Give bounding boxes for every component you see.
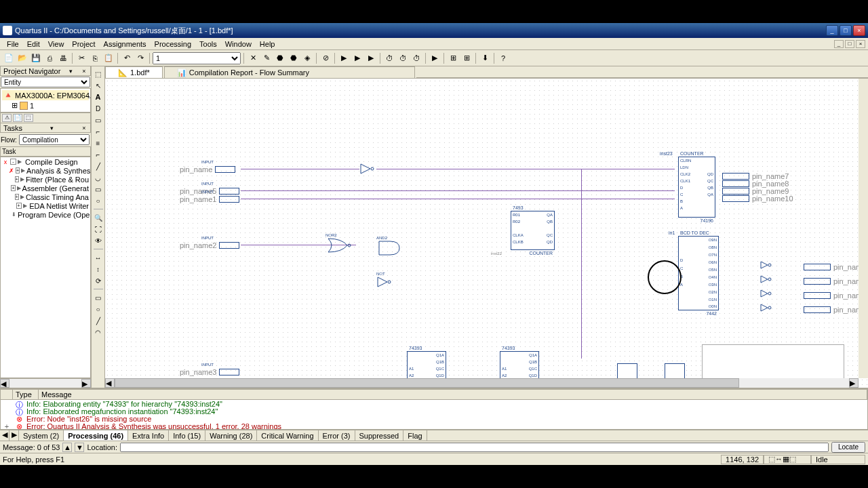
canvas-vscroll[interactable] xyxy=(859,79,868,378)
nav-close-button[interactable]: × xyxy=(81,68,87,75)
stop-button[interactable]: ⊘ xyxy=(319,52,332,64)
compile2-button[interactable]: ▶ xyxy=(351,52,363,64)
check2-button[interactable]: ⬣ xyxy=(288,52,300,64)
tasks-hscroll[interactable]: ◀▶ xyxy=(0,378,91,388)
task-row[interactable]: +▶Assembler (Generat xyxy=(1,184,90,192)
msg-tab[interactable]: Processing (46) xyxy=(64,430,128,441)
entity-dropdown[interactable]: Entity xyxy=(1,77,90,87)
tool-rect2-icon[interactable]: ▭ xyxy=(93,293,104,302)
tool-conduit-icon[interactable]: ⌐ xyxy=(93,150,104,159)
mdi-close-button[interactable]: × xyxy=(856,40,865,48)
sim-button[interactable]: ▶ xyxy=(429,52,441,64)
minimize-button[interactable]: _ xyxy=(826,25,838,36)
undo-button[interactable]: ↶ xyxy=(121,52,133,64)
menu-view[interactable]: View xyxy=(44,39,68,49)
block-7493[interactable]: 7493 COUNTER inst22 R01 R02 CLKA CLKB QA… xyxy=(511,211,555,250)
tasks-menu-button[interactable]: ▾ xyxy=(48,125,55,131)
msg-tab[interactable]: Extra Info xyxy=(128,430,169,441)
entity-select[interactable]: 1 xyxy=(153,52,241,64)
input-pin[interactable]: pin_name2INPUT xyxy=(180,241,239,249)
tool-line-icon[interactable]: ╱ xyxy=(93,161,104,171)
msg-tab[interactable]: Critical Warning xyxy=(257,430,318,441)
tool-block-icon[interactable]: ▭ xyxy=(93,115,104,125)
task-row[interactable]: x-▶Compile Design xyxy=(1,157,90,166)
not-gate[interactable] xyxy=(760,274,776,285)
msg-up-button[interactable]: ▲ xyxy=(62,443,72,452)
timing3-button[interactable]: ⏱ xyxy=(410,52,422,64)
input-pin[interactable]: pin_name3INPUT xyxy=(180,368,239,376)
msg-tab-prev[interactable]: ◀ xyxy=(0,430,9,441)
input-pin[interactable]: pin_name1INPUT xyxy=(180,195,239,203)
msg-tab[interactable]: Warning (28) xyxy=(205,430,257,441)
tool-ortho-icon[interactable]: ⌐ xyxy=(93,127,104,136)
not-gate[interactable] xyxy=(760,260,776,271)
block-74196[interactable]: inst23 COUNTER 74196 CLRN LDN CLK2 CLK1 … xyxy=(678,157,715,218)
tool-oval-icon[interactable]: ○ xyxy=(93,196,104,205)
not-gate[interactable] xyxy=(760,303,776,314)
location-input[interactable] xyxy=(120,443,829,452)
menu-processing[interactable]: Processing xyxy=(151,39,195,49)
check3-button[interactable]: ◈ xyxy=(301,52,313,64)
tool-zoom-icon[interactable]: 🔍 xyxy=(93,213,104,222)
open-button[interactable]: 📂 xyxy=(16,52,28,64)
not-gate[interactable]: NOT xyxy=(376,272,397,289)
menu-file[interactable]: File xyxy=(3,39,23,49)
tool-symbol-icon[interactable]: D xyxy=(93,104,104,113)
msg-down-button[interactable]: ▼ xyxy=(75,443,84,452)
msg-tab[interactable]: Error (3) xyxy=(319,430,355,441)
mdi-minimize-button[interactable]: _ xyxy=(834,40,844,48)
task-row[interactable]: +▶Classic Timing Ana xyxy=(1,192,90,201)
print-button[interactable]: 🖶 xyxy=(57,52,69,64)
block-74393[interactable]: 74393 A1 A2 Q1A Q1B Q1C Q1D xyxy=(500,351,539,381)
tool-text-icon[interactable]: A xyxy=(93,92,104,102)
paste-button[interactable]: 📋 xyxy=(102,52,115,64)
tool-detach-icon[interactable]: ⬚ xyxy=(93,69,104,79)
saveall-button[interactable]: ⎙ xyxy=(43,52,56,64)
save-button[interactable]: 💾 xyxy=(30,52,42,64)
tool-flip-icon[interactable]: ↔ xyxy=(93,253,104,262)
timing2-button[interactable]: ⏱ xyxy=(397,52,409,64)
msg-tab[interactable]: System (2) xyxy=(19,430,64,441)
task-row[interactable]: ⬇Program Device (Open P xyxy=(1,210,90,219)
msg-tab[interactable]: Info (15) xyxy=(169,430,205,441)
device-node[interactable]: 🔺MAX3000A: EPM3064A... xyxy=(2,90,89,100)
not-gate[interactable] xyxy=(760,289,776,300)
task-row[interactable]: +▶EDA Netlist Writer xyxy=(1,201,90,210)
tool-find-icon[interactable]: 👁 xyxy=(93,236,104,245)
timing-button[interactable]: ⏱ xyxy=(383,52,395,64)
menu-project[interactable]: Project xyxy=(68,39,99,49)
menu-window[interactable]: Window xyxy=(221,39,256,49)
redo-button[interactable]: ↷ xyxy=(134,52,146,64)
menu-edit[interactable]: Edit xyxy=(23,39,44,49)
message-row[interactable]: ⊗Error: Node "inst26" is missing source xyxy=(1,415,867,422)
prog-button[interactable]: ⬇ xyxy=(479,52,491,64)
task-row[interactable]: +▶Fitter (Place & Rou xyxy=(1,175,90,184)
message-row[interactable]: ⓘInfo: Elaborating entity "74393" for hi… xyxy=(1,400,867,407)
new-button[interactable]: 📄 xyxy=(3,52,15,64)
output-pin[interactable]: pin_name10 xyxy=(722,195,793,203)
tool-select-icon[interactable]: ↖ xyxy=(93,81,104,90)
help-button[interactable]: ? xyxy=(497,52,509,64)
tab-report[interactable]: 📊Compilation Report - Flow Summary xyxy=(164,66,415,78)
chip-button[interactable]: ⊞ xyxy=(447,52,459,64)
block-7442[interactable]: BCD TO DEC in1 7442 D C B A O9N O8N O7N … xyxy=(678,236,719,310)
menu-assignments[interactable]: Assignments xyxy=(100,39,151,49)
tool-fullscreen-icon[interactable]: ⛶ xyxy=(93,224,104,234)
tool-bus-icon[interactable]: ≡ xyxy=(93,138,104,148)
settings-button[interactable]: ✕ xyxy=(247,52,259,64)
maximize-button[interactable]: □ xyxy=(840,25,852,36)
block-74393[interactable]: 74393 A1 A2 Q1A Q1B Q1C Q1D xyxy=(407,351,446,381)
tool-rect-icon[interactable]: ▭ xyxy=(93,184,104,194)
tool-flipv-icon[interactable]: ↕ xyxy=(93,264,104,274)
block-output-group[interactable] xyxy=(702,344,844,381)
and-gate[interactable]: AND2 xyxy=(376,236,403,258)
check-button[interactable]: ⬣ xyxy=(274,52,286,64)
tasks-close-button[interactable]: × xyxy=(81,125,87,131)
tool-line2-icon[interactable]: ╱ xyxy=(93,316,104,325)
cut-button[interactable]: ✂ xyxy=(75,52,87,64)
tool-oval2-icon[interactable]: ○ xyxy=(93,304,104,314)
wand-button[interactable]: ✎ xyxy=(260,52,273,64)
schematic-canvas[interactable]: pin_nameINPUT pin_name5INPUT pin_name1IN… xyxy=(105,79,868,388)
nav-menu-button[interactable]: ▾ xyxy=(67,68,74,75)
nav-btn-2[interactable]: 📄 xyxy=(13,114,22,122)
